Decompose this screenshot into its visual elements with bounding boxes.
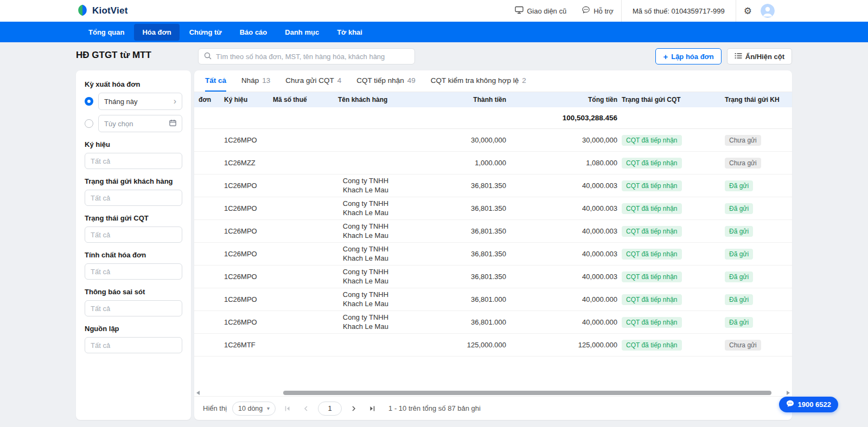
gear-icon[interactable]: ⚙: [736, 5, 760, 17]
next-page-button[interactable]: [347, 402, 360, 415]
nav-item-danh-muc[interactable]: Danh mục: [277, 24, 327, 41]
scroll-left-arrow-icon[interactable]: [196, 391, 200, 395]
cell-thanh-tien: 36,801.000: [422, 318, 506, 326]
tab-nhap[interactable]: Nháp 13: [241, 70, 270, 92]
cqt-status-badge: CQT đã tiếp nhận: [622, 340, 682, 351]
nav-item-to-khai[interactable]: Tờ khai: [329, 24, 371, 41]
kh-status-badge: Đã gửi: [725, 271, 753, 282]
search-icon: [204, 52, 212, 61]
tab-chua-gui-cqt[interactable]: Chưa gửi CQT 4: [285, 70, 341, 92]
cell-trang-thai-gui-kh: Đã gửi: [720, 180, 792, 191]
radio-selected-icon[interactable]: [85, 97, 93, 106]
search-bar[interactable]: [198, 48, 415, 64]
col-trang-thai-gui-kh[interactable]: Trạng thái gửi KH: [720, 96, 792, 103]
search-input[interactable]: [216, 53, 409, 61]
period-this-month-label: Tháng này: [104, 98, 137, 106]
invoice-list-panel: Tất cả Nháp 13 Chưa gửi CQT 4 CQT tiếp n…: [194, 70, 792, 420]
table-row[interactable]: 1C26MPO Cong ty TNHH Khach Le Mau 36,801…: [194, 174, 792, 197]
brand-logo[interactable]: KiotViet: [76, 4, 128, 18]
cqt-status-badge: CQT đã tiếp nhận: [622, 294, 682, 305]
hotline-chat-icon: [786, 400, 794, 409]
old-interface-label: Giao diện cũ: [527, 7, 566, 15]
cell-thanh-tien: 36,801.000: [422, 295, 506, 303]
toggle-columns-button[interactable]: Ẩn/Hiện cột: [727, 48, 792, 64]
support-link[interactable]: Hỗ trợ: [574, 6, 621, 16]
scrollbar-thumb[interactable]: [283, 391, 771, 395]
tab-cqt-tiep-nhan[interactable]: CQT tiếp nhận 49: [356, 70, 416, 92]
table-row[interactable]: 1C26MPO Cong ty TNHH Khach Le Mau 36,801…: [194, 288, 792, 311]
table-row[interactable]: 1C26MPO Cong ty TNHH Khach Le Mau 36,801…: [194, 243, 792, 266]
create-invoice-button[interactable]: + Lập hóa đơn: [655, 48, 721, 64]
kh-status-badge: Chưa gửi: [725, 340, 761, 351]
period-option-custom[interactable]: Tùy chọn: [85, 115, 182, 132]
period-select-custom[interactable]: Tùy chọn: [98, 115, 182, 132]
table-row[interactable]: 1C26MPO Cong ty TNHH Khach Le Mau 36,801…: [194, 266, 792, 288]
cell-tong-tien: 125,000.000: [506, 341, 617, 349]
period-select-this-month[interactable]: Tháng này ›: [98, 93, 182, 110]
filter-label-period: Kỳ xuất hóa đơn: [85, 80, 182, 88]
filter-input-trang-thai-gui-kh[interactable]: [85, 190, 182, 206]
tab-label: CQT kiểm tra không hợp lệ: [431, 76, 519, 85]
tab-tat-ca[interactable]: Tất cả: [205, 70, 226, 92]
cell-ten-khach-hang: Cong ty TNHH Khach Le Mau: [338, 290, 422, 308]
tab-count: 4: [337, 76, 342, 85]
filter-input-ky-hieu[interactable]: [85, 153, 182, 169]
col-so-hoa-don[interactable]: đơn: [194, 96, 224, 103]
tab-cqt-kiem-tra-khong-hop-le[interactable]: CQT kiểm tra không hợp lệ 2: [431, 70, 526, 92]
filter-input-nguon-lap[interactable]: [85, 337, 182, 353]
tab-label: Nháp: [241, 76, 259, 85]
col-ma-so-thue[interactable]: Mã số thuế: [273, 96, 338, 103]
col-thanh-tien[interactable]: Thành tiền: [422, 96, 506, 103]
table-row[interactable]: 1C26MPO 30,000,000 30,000,000 CQT đã tiế…: [194, 129, 792, 152]
table-row[interactable]: 1C26MPO Cong ty TNHH Khach Le Mau 36,801…: [194, 197, 792, 220]
filter-label-tinh-chat: Tính chất hóa đơn: [85, 251, 182, 259]
scroll-right-arrow-icon[interactable]: [787, 391, 790, 395]
table-row[interactable]: 1C26MPO Cong ty TNHH Khach Le Mau 36,801…: [194, 311, 792, 334]
page-size-select[interactable]: 10 dòng ▾: [232, 402, 276, 416]
cell-ky-hieu: 1C26MPO: [224, 227, 273, 235]
old-interface-link[interactable]: Giao diện cũ: [507, 6, 574, 16]
filter-input-thong-bao-sai-sot[interactable]: [85, 300, 182, 316]
cell-trang-thai-gui-cqt: CQT đã tiếp nhận: [617, 294, 720, 305]
kh-status-badge: Đã gửi: [725, 180, 753, 191]
cell-thanh-tien: 30,000,000: [422, 136, 506, 144]
prev-page-button[interactable]: [299, 402, 312, 415]
cell-tong-tien: 40,000.000: [506, 295, 617, 303]
table-row[interactable]: 1C26MPO Cong ty TNHH Khach Le Mau 36,801…: [194, 220, 792, 243]
period-option-this-month[interactable]: Tháng này ›: [85, 93, 182, 110]
page-number-input[interactable]: [318, 402, 342, 416]
customer-name: Cong ty TNHH Khach Le Mau: [338, 313, 393, 331]
filter-label-trang-thai-gui-kh: Trạng thái gửi khách hàng: [85, 177, 182, 185]
table-row[interactable]: 1C26MZZ 1,000.000 1,080.000 CQT đã tiếp …: [194, 152, 792, 174]
col-ky-hieu[interactable]: Ký hiệu: [224, 96, 273, 103]
hotline-button[interactable]: 1900 6522: [779, 397, 838, 412]
first-page-button[interactable]: [281, 402, 294, 415]
col-trang-thai-gui-cqt[interactable]: Trạng thái gửi CQT: [617, 96, 720, 103]
nav-item-chung-tu[interactable]: Chứng từ: [181, 24, 230, 41]
table-empty-space: [194, 357, 792, 390]
last-page-button[interactable]: [366, 402, 379, 415]
customer-name: Cong ty TNHH Khach Le Mau: [338, 222, 393, 240]
filter-input-trang-thai-gui-cqt[interactable]: [85, 227, 182, 243]
cell-ten-khach-hang: Cong ty TNHH Khach Le Mau: [338, 199, 422, 217]
cqt-status-badge: CQT đã tiếp nhận: [622, 249, 682, 260]
nav-item-bao-cao[interactable]: Báo cáo: [232, 24, 276, 41]
horizontal-scrollbar[interactable]: [196, 390, 790, 396]
cell-trang-thai-gui-cqt: CQT đã tiếp nhận: [617, 249, 720, 260]
table-row[interactable]: 1C26MTF 125,000.000 125,000.000 CQT đã t…: [194, 334, 792, 357]
nav-item-tong-quan[interactable]: Tổng quan: [80, 24, 132, 41]
nav-item-hoa-don[interactable]: Hóa đơn: [134, 24, 179, 41]
cell-ten-khach-hang: [338, 136, 422, 144]
col-ten-khach-hang[interactable]: Tên khách hàng: [338, 96, 422, 103]
customer-name: Cong ty TNHH Khach Le Mau: [338, 199, 393, 217]
radio-unselected-icon[interactable]: [85, 119, 93, 128]
kh-status-badge: Đã gửi: [725, 294, 753, 305]
customer-name: Cong ty TNHH Khach Le Mau: [338, 268, 393, 286]
kh-status-badge: Đã gửi: [725, 226, 753, 237]
avatar[interactable]: [761, 4, 775, 18]
tab-label: Tất cả: [205, 76, 226, 85]
filter-input-tinh-chat[interactable]: [85, 263, 182, 280]
col-tong-tien[interactable]: Tổng tiền: [506, 96, 617, 103]
cell-trang-thai-gui-cqt: CQT đã tiếp nhận: [617, 203, 720, 214]
cell-trang-thai-gui-kh: Chưa gửi: [720, 135, 792, 146]
